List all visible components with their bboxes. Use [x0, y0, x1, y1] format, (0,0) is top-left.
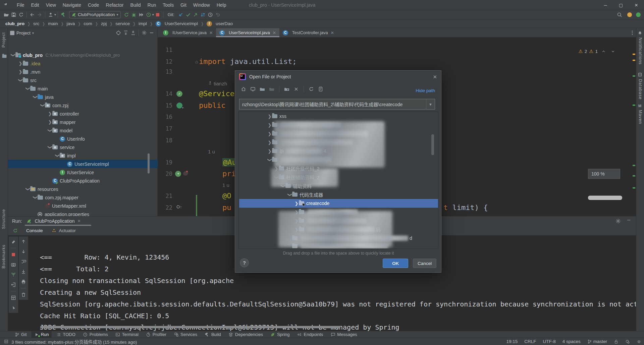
toolbtn-spring[interactable]: Spring: [267, 331, 293, 338]
tab-close-icon[interactable]: ✕: [209, 30, 213, 35]
exit-button[interactable]: [10, 281, 17, 288]
run-tab-actuator[interactable]: Actuator: [50, 227, 76, 234]
project-tree-item-com.zpj[interactable]: ❯com.zpj: [8, 101, 158, 110]
breadcrumb-item[interactable]: java: [66, 21, 75, 26]
git-update-button[interactable]: [177, 11, 184, 18]
module-folder-button[interactable]: [259, 85, 266, 93]
project-tree-item-IUserService[interactable]: IIUserService: [8, 168, 158, 177]
chevron-right-icon[interactable]: ❯: [11, 53, 16, 58]
menu-git[interactable]: Git: [177, 0, 190, 10]
write-access-button[interactable]: [614, 339, 619, 344]
git-push-button[interactable]: [192, 11, 199, 18]
menu-navigate[interactable]: Navigate: [59, 0, 85, 10]
home-button[interactable]: [240, 85, 247, 93]
profiler-clock-button[interactable]: [145, 11, 152, 18]
path-value[interactable]: nzhongs\Desktop\腾讯网课\社团辅助资料_2\辅助资料\代码生成器…: [239, 101, 426, 108]
stripe-notifications-label[interactable]: Notifications: [638, 38, 643, 65]
wrench-button[interactable]: [10, 238, 17, 245]
dialog-tree-scrollbar[interactable]: [431, 134, 434, 155]
stripe-database-label[interactable]: Database: [638, 79, 643, 100]
breadcrumb-item[interactable]: fuserDao: [206, 21, 233, 26]
notifications-icon[interactable]: [638, 31, 642, 37]
project-tree-item-ClubProApplication[interactable]: CClubProApplication: [8, 177, 158, 185]
chevron-right-icon[interactable]: ❯: [294, 201, 299, 206]
error-stripe-mark[interactable]: [633, 175, 635, 177]
minimize-button[interactable]: ─: [598, 0, 613, 10]
project-panel-title[interactable]: Project: [16, 30, 31, 36]
git-commit-button[interactable]: [184, 11, 192, 18]
error-stripe-mark[interactable]: [633, 105, 635, 106]
menu-code[interactable]: Code: [85, 0, 102, 10]
gear-button[interactable]: [141, 29, 148, 37]
usages-inlay[interactable]: 1 u: [208, 149, 215, 154]
rerun-button[interactable]: [11, 227, 19, 234]
close-button[interactable]: ✕: [629, 0, 644, 10]
chevron-right-icon[interactable]: ❯: [25, 86, 31, 91]
project-tree-item-.idea[interactable]: ❯.idea: [8, 59, 158, 68]
stripe-bookmarks-label[interactable]: Bookmarks: [1, 245, 6, 269]
dialog-tree-item-createcode[interactable]: ❯createcode: [239, 199, 438, 208]
project-tree-item-model[interactable]: ❯model: [8, 126, 158, 135]
project-tree-item-resources[interactable]: ❯resources: [8, 185, 158, 193]
editor-hscrollbar[interactable]: [588, 196, 622, 200]
chevron-right-icon[interactable]: ❯: [267, 149, 272, 154]
menu-refactor[interactable]: Refactor: [103, 0, 127, 10]
toolbtn-build[interactable]: Build: [202, 331, 224, 338]
breadcrumb-item[interactable]: impl: [138, 21, 148, 26]
project-tree-item-com.zpj.mapper[interactable]: ❯com.zpj.mapper: [8, 193, 158, 202]
usages-inlay[interactable]: 1 u: [222, 182, 229, 188]
stripe-project-label[interactable]: Project: [1, 32, 6, 48]
folder-dim-button[interactable]: [268, 85, 275, 93]
git-branch[interactable]: master: [587, 339, 607, 344]
chevron-right-icon[interactable]: ❯: [48, 120, 52, 125]
indent-style[interactable]: 4 spaces: [562, 339, 581, 344]
chevron-right-icon[interactable]: ❯: [18, 78, 23, 83]
layout-grid-button[interactable]: [10, 294, 17, 301]
soft-wrap-button[interactable]: [20, 258, 27, 265]
database-icon[interactable]: [638, 72, 642, 78]
stop-button[interactable]: [10, 251, 17, 258]
toolbtn-problems[interactable]: Problems: [80, 331, 111, 338]
editor-tab-TestController.java[interactable]: CTestController.java✕: [279, 28, 337, 37]
dialog-tree-item-xss[interactable]: ❯xss: [239, 112, 438, 121]
run-config-tab[interactable]: ClubProApplication: [35, 218, 75, 224]
arrow-up-button[interactable]: [20, 238, 27, 245]
hide-path-link[interactable]: Hide path: [416, 88, 435, 93]
chevron-right-icon[interactable]: ❯: [267, 157, 272, 162]
tab-close-icon[interactable]: ✕: [273, 30, 276, 35]
run-tab-console[interactable]: Console: [26, 228, 43, 233]
expand-all-button[interactable]: [122, 29, 129, 37]
settings-sync-button[interactable]: [625, 339, 630, 344]
project-tree-item-service[interactable]: ❯service: [8, 143, 158, 151]
spring-bean-gutter-icon[interactable]: ✓: [176, 91, 182, 97]
toolbtn-messages[interactable]: Messages: [327, 331, 360, 338]
monitor-button[interactable]: [249, 85, 257, 93]
error-stripe-mark[interactable]: [633, 165, 635, 166]
menu-window[interactable]: Window: [190, 0, 213, 10]
chevron-right-icon[interactable]: ❯: [267, 123, 272, 128]
project-tree-item-java[interactable]: ❯java: [8, 93, 158, 101]
path-dropdown-button[interactable]: ▾: [426, 99, 435, 109]
project-tree-item-main[interactable]: ❯main: [8, 84, 158, 93]
toolbtn-todo[interactable]: TODO: [53, 331, 78, 338]
toolbtn-git[interactable]: Git: [11, 331, 30, 338]
menu-build[interactable]: Build: [127, 0, 144, 10]
event-log-button[interactable]: [637, 339, 641, 344]
mybatis-bird-gutter-icon[interactable]: [183, 171, 190, 177]
tabs-more-button[interactable]: [629, 29, 636, 37]
breadcrumb-item[interactable]: CUserServiceImpl: [155, 21, 199, 26]
toolbtn-run[interactable]: Run: [31, 331, 52, 338]
override-gutter-icon[interactable]: O↑: [176, 204, 182, 209]
stripe-maven-label[interactable]: Maven: [638, 110, 643, 124]
folder-open-button[interactable]: [3, 11, 10, 18]
search-button[interactable]: [616, 11, 623, 18]
arrow-down-button[interactable]: [20, 248, 27, 255]
menu-run[interactable]: Run: [144, 0, 160, 10]
scroll-end-button[interactable]: [20, 268, 27, 275]
git-fetch-button[interactable]: [199, 11, 207, 18]
error-stripe-mark[interactable]: [633, 54, 635, 55]
menu-tools[interactable]: Tools: [159, 0, 177, 10]
save-button[interactable]: [10, 11, 17, 18]
breadcrumb-item[interactable]: main: [47, 21, 58, 26]
chevron-right-icon[interactable]: ❯: [18, 69, 23, 74]
